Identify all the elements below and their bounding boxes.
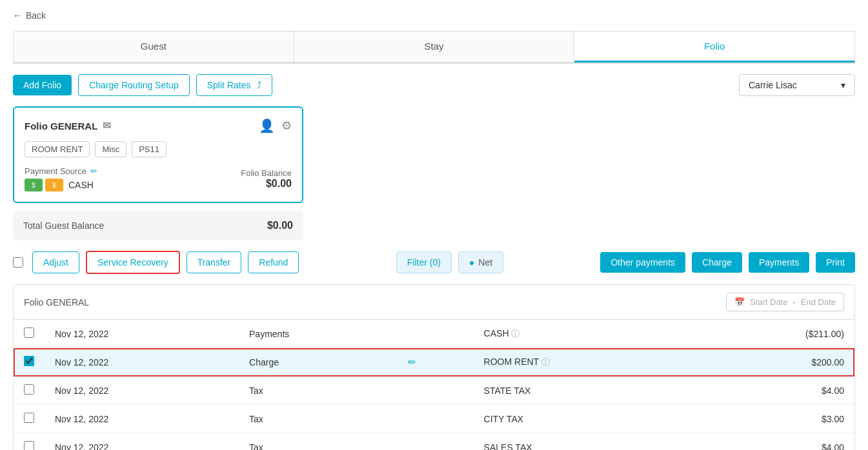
row-date: Nov 12, 2022 — [45, 348, 239, 377]
net-circle-icon: ● — [469, 257, 474, 268]
transfer-button[interactable]: Transfer — [187, 251, 242, 273]
payment-method-text: CASH — [68, 180, 94, 190]
edit-icon[interactable]: ✏ — [408, 357, 416, 367]
row-checkbox-cell[interactable] — [14, 320, 45, 348]
guest-dropdown-value: Carrie Lisac — [749, 80, 797, 90]
net-button[interactable]: ● Net — [458, 251, 503, 273]
share-icon: ⤴ — [257, 80, 261, 90]
row-date: Nov 12, 2022 — [45, 320, 239, 348]
row-amount: $200.00 — [700, 348, 854, 377]
row-type: Tax — [239, 405, 398, 433]
total-balance-label: Total Guest Balance — [23, 220, 104, 231]
charge-button[interactable]: Charge — [692, 252, 742, 273]
split-rates-button[interactable]: Split Rates ⤴ — [196, 74, 273, 96]
info-icon: ⓘ — [539, 357, 550, 367]
row-checkbox[interactable] — [24, 328, 34, 338]
back-link[interactable]: Back — [13, 10, 855, 21]
row-checkbox[interactable] — [24, 384, 34, 395]
print-button[interactable]: Print — [816, 252, 855, 273]
filter-button[interactable]: Filter (0) — [396, 251, 452, 273]
row-description: SALES TAX — [474, 433, 700, 451]
gear-icon[interactable]: ⚙ — [281, 119, 292, 133]
charge-routing-button[interactable]: Charge Routing Setup — [78, 74, 190, 96]
toolbar: Add Folio Charge Routing Setup Split Rat… — [13, 74, 855, 96]
mail-icon: ✉ — [103, 120, 111, 132]
start-date-placeholder: Start Date — [750, 297, 788, 307]
tab-guest[interactable]: Guest — [13, 31, 294, 63]
tab-stay[interactable]: Stay — [294, 31, 575, 63]
folio-card-actions: 👤 ⚙ — [259, 118, 292, 133]
row-checkbox-cell[interactable] — [14, 377, 45, 405]
split-rates-label: Split Rates — [207, 80, 251, 90]
row-checkbox[interactable] — [24, 413, 34, 423]
row-checkbox[interactable] — [24, 441, 34, 450]
table-row[interactable]: Nov 12, 2022 Charge ✏ ROOM RENT ⓘ $200.0… — [14, 348, 854, 377]
row-description: STATE TAX — [474, 377, 700, 405]
service-recovery-button[interactable]: Service Recovery — [86, 251, 180, 274]
folio-section-title: Folio GENERAL — [24, 297, 89, 308]
date-range-picker[interactable]: 📅 Start Date - End Date — [726, 293, 844, 311]
tag-ps11[interactable]: PS11 — [132, 141, 167, 157]
row-checkbox-cell[interactable] — [14, 433, 45, 451]
person-icon[interactable]: 👤 — [259, 118, 275, 133]
row-edit-cell — [398, 320, 473, 348]
payment-source: Payment Source ✏ $ $ CASH — [25, 166, 97, 191]
table-row[interactable]: Nov 12, 2022 Tax STATE TAX $4.00 — [14, 377, 854, 405]
row-edit-cell: ✏ — [398, 348, 473, 377]
chevron-down-icon — [841, 80, 845, 90]
other-payments-button[interactable]: Other payments — [600, 252, 685, 273]
row-amount: $3.00 — [700, 405, 854, 433]
row-type: Payments — [239, 320, 398, 348]
info-icon: ⓘ — [509, 329, 520, 338]
row-edit-cell — [398, 433, 473, 451]
folio-section-header: Folio GENERAL 📅 Start Date - End Date — [14, 285, 854, 320]
row-description: ROOM RENT ⓘ — [474, 348, 700, 377]
row-checkbox-cell[interactable] — [14, 348, 45, 377]
row-date: Nov 12, 2022 — [45, 433, 239, 451]
refund-button[interactable]: Refund — [248, 251, 299, 273]
row-amount: $4.00 — [700, 433, 854, 451]
table-row[interactable]: Nov 12, 2022 Payments CASH ⓘ ($211.00) — [14, 320, 854, 348]
row-amount: ($211.00) — [700, 320, 854, 348]
tag-room-rent[interactable]: ROOM RENT — [25, 141, 90, 157]
row-description: CITY TAX — [474, 405, 700, 433]
folio-table: Nov 12, 2022 Payments CASH ⓘ ($211.00) N… — [14, 320, 854, 450]
folio-balance-label: Folio Balance — [241, 168, 292, 178]
table-row[interactable]: Nov 12, 2022 Tax SALES TAX $4.00 — [14, 433, 854, 451]
cash-icon-1: $ — [25, 179, 43, 191]
folio-card-footer: Payment Source ✏ $ $ CASH Folio Balance … — [25, 166, 292, 191]
table-row[interactable]: Nov 12, 2022 Tax CITY TAX $3.00 — [14, 405, 854, 433]
total-balance-bar: Total Guest Balance $0.00 — [13, 211, 303, 240]
payment-source-label: Payment Source ✏ — [25, 166, 97, 176]
folio-card-header: Folio GENERAL ✉ 👤 ⚙ — [25, 118, 292, 133]
tabs-container: Guest Stay Folio — [13, 31, 855, 64]
folio-balance-amount: $0.00 — [241, 178, 292, 190]
back-label: Back — [26, 10, 46, 21]
cash-icon-2: $ — [45, 179, 63, 191]
tag-misc[interactable]: Misc — [95, 141, 126, 157]
row-edit-cell — [398, 377, 473, 405]
payment-icons: $ $ CASH — [25, 179, 97, 191]
payments-button[interactable]: Payments — [749, 252, 809, 273]
row-type: Charge — [239, 348, 398, 377]
row-date: Nov 12, 2022 — [45, 405, 239, 433]
folio-card: Folio GENERAL ✉ 👤 ⚙ ROOM RENT Misc PS11 … — [13, 106, 303, 203]
folio-title: Folio GENERAL ✉ — [25, 120, 111, 132]
edit-payment-icon[interactable]: ✏ — [90, 166, 97, 176]
folio-tags: ROOM RENT Misc PS11 — [25, 141, 292, 157]
end-date-placeholder: End Date — [801, 297, 836, 307]
guest-dropdown[interactable]: Carrie Lisac — [739, 74, 855, 96]
select-all-checkbox[interactable] — [13, 257, 23, 268]
folio-balance: Folio Balance $0.00 — [241, 168, 292, 190]
calendar-icon: 📅 — [734, 297, 745, 307]
row-date: Nov 12, 2022 — [45, 377, 239, 405]
add-folio-button[interactable]: Add Folio — [13, 75, 72, 95]
folio-title-text: Folio GENERAL — [25, 121, 97, 132]
row-checkbox[interactable] — [24, 356, 34, 366]
row-type: Tax — [239, 377, 398, 405]
row-edit-cell — [398, 405, 473, 433]
action-bar: Adjust Service Recovery Transfer Refund … — [13, 251, 855, 274]
tab-folio[interactable]: Folio — [574, 31, 855, 63]
adjust-button[interactable]: Adjust — [32, 251, 79, 273]
row-checkbox-cell[interactable] — [14, 405, 45, 433]
